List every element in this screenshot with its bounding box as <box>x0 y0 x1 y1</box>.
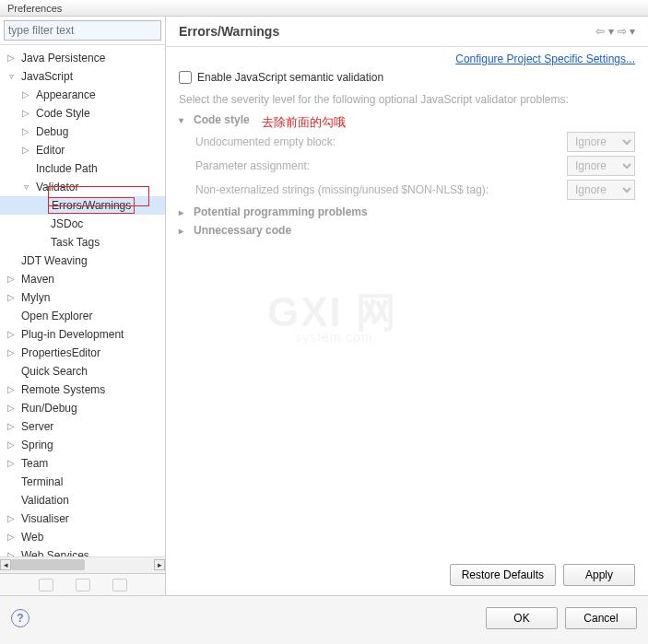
tree-node[interactable]: ▷Server <box>0 417 165 436</box>
tree-node-label: Team <box>18 456 51 471</box>
row-non-externalized-strings: Non-externalized strings (missing/unused… <box>195 180 635 200</box>
tree-node[interactable]: ▷Team <box>0 454 165 473</box>
chevron-right-icon[interactable]: ▷ <box>6 292 17 303</box>
row-select[interactable]: Ignore <box>567 132 635 152</box>
scroll-left-icon[interactable]: ◂ <box>0 559 11 570</box>
chevron-right-icon[interactable]: ▷ <box>6 384 17 395</box>
scroll-thumb[interactable] <box>11 559 85 570</box>
tree-node-label: Plug-in Development <box>18 327 126 342</box>
restore-defaults-button[interactable]: Restore Defaults <box>450 564 556 586</box>
tree-node-label: Validation <box>18 493 72 508</box>
tree-node-label: Task Tags <box>48 235 102 250</box>
tree-node-label: Debug <box>33 124 71 139</box>
severity-description: Select the severity level for the follow… <box>179 93 635 106</box>
back-icon[interactable]: ⇦ ▾ <box>595 25 613 38</box>
tree-node[interactable]: ▷Web Services <box>0 546 165 556</box>
tree-node[interactable]: ▷Mylyn <box>0 288 165 307</box>
content-pane: Errors/Warnings ⇦ ▾ ⇨ ▾ Configure Projec… <box>166 17 648 595</box>
tree-node-label: Visualiser <box>18 511 72 526</box>
chevron-right-icon[interactable]: ▷ <box>6 532 17 543</box>
chevron-right-icon: ▸ <box>179 207 190 217</box>
blank-icon <box>6 255 17 266</box>
tree-node[interactable]: Quick Search <box>0 362 165 381</box>
section-potential-title: Potential programming problems <box>194 205 368 218</box>
row-select[interactable]: Ignore <box>567 180 635 200</box>
section-potential-head[interactable]: ▸ Potential programming problems <box>179 205 635 218</box>
content-buttons: Restore Defaults Apply <box>166 558 648 595</box>
row-parameter-assignment: Parameter assignment: Ignore <box>195 156 635 176</box>
tree-node[interactable]: ▷Code Style <box>0 104 165 123</box>
forward-icon[interactable]: ⇨ ▾ <box>618 25 635 38</box>
tree-node[interactable]: ▿JavaScript <box>0 67 165 86</box>
tree-node[interactable]: ▷Spring <box>0 436 165 454</box>
sidebar-status-1 <box>39 579 53 591</box>
tree-node[interactable]: ▷Web <box>0 528 165 546</box>
enable-validation-checkbox[interactable] <box>179 71 192 84</box>
preference-tree[interactable]: ▷Java Persistence▿JavaScript▷Appearance▷… <box>0 45 165 556</box>
content-body: Enable JavaScript semantic validation Se… <box>166 67 648 252</box>
row-label: Parameter assignment: <box>195 159 310 172</box>
cancel-button[interactable]: Cancel <box>565 607 637 629</box>
section-unnecessary-head[interactable]: ▸ Unnecessary code <box>179 224 635 237</box>
header-tools: ⇦ ▾ ⇨ ▾ <box>595 25 635 38</box>
chevron-right-icon[interactable]: ▷ <box>20 89 31 100</box>
apply-button[interactable]: Apply <box>563 564 635 586</box>
blank-icon <box>35 218 46 229</box>
ok-button[interactable]: OK <box>486 607 558 629</box>
chevron-right-icon[interactable]: ▷ <box>6 53 17 64</box>
section-code-style-head[interactable]: ▾ Code style <box>179 113 635 126</box>
tree-node-label: Terminal <box>18 474 65 489</box>
tree-node[interactable]: ▷Run/Debug <box>0 399 165 417</box>
blank-icon <box>6 310 17 322</box>
tree-node[interactable]: ▷Plug-in Development <box>0 325 165 344</box>
row-select[interactable]: Ignore <box>567 156 635 176</box>
tree-node[interactable]: JSDoc <box>0 215 165 233</box>
chevron-right-icon[interactable]: ▷ <box>6 274 17 285</box>
tree-node[interactable]: ▿Validator <box>0 178 165 196</box>
chevron-down-icon[interactable]: ▿ <box>6 71 17 82</box>
tree-node[interactable]: Terminal <box>0 473 165 491</box>
chevron-right-icon[interactable]: ▷ <box>6 439 17 451</box>
row-label: Undocumented empty block: <box>195 135 336 148</box>
blank-icon <box>35 200 46 211</box>
chevron-right-icon[interactable]: ▷ <box>20 145 31 156</box>
chevron-right-icon[interactable]: ▷ <box>6 403 17 414</box>
tree-node[interactable]: Open Explorer <box>0 307 165 325</box>
tree-node-label: Maven <box>18 272 57 287</box>
chevron-right-icon[interactable]: ▷ <box>20 126 31 137</box>
section-unnecessary: ▸ Unnecessary code <box>179 224 635 237</box>
section-unnecessary-title: Unnecessary code <box>194 224 291 237</box>
chevron-right-icon[interactable]: ▷ <box>6 513 17 524</box>
configure-project-link[interactable]: Configure Project Specific Settings... <box>455 53 635 65</box>
tree-node[interactable]: ▷Remote Systems <box>0 381 165 399</box>
filter-input[interactable] <box>4 20 161 41</box>
chevron-right-icon[interactable]: ▷ <box>20 108 31 119</box>
tree-node[interactable]: ▷Java Persistence <box>0 49 165 67</box>
tree-node[interactable]: ▷PropertiesEditor <box>0 344 165 362</box>
tree-node[interactable]: Task Tags <box>0 233 165 252</box>
scroll-right-icon[interactable]: ▸ <box>154 559 165 570</box>
chevron-right-icon[interactable]: ▷ <box>6 421 17 432</box>
chevron-right-icon[interactable]: ▷ <box>6 550 17 556</box>
chevron-right-icon[interactable]: ▷ <box>6 347 17 358</box>
tree-node-label: Remote Systems <box>18 382 108 397</box>
filter-wrap <box>0 17 165 45</box>
help-icon[interactable]: ? <box>11 609 29 627</box>
chevron-right-icon[interactable]: ▷ <box>6 458 17 469</box>
blank-icon <box>6 495 17 506</box>
tree-node[interactable]: Validation <box>0 491 165 509</box>
enable-validation-label: Enable JavaScript semantic validation <box>197 71 383 84</box>
tree-node[interactable]: Include Path <box>0 159 165 178</box>
tree-node-label: Editor <box>33 143 67 158</box>
tree-node[interactable]: ▷Debug <box>0 123 165 141</box>
tree-node[interactable]: ▷Visualiser <box>0 509 165 528</box>
tree-node[interactable]: JDT Weaving <box>0 252 165 270</box>
tree-node[interactable]: ▷Appearance <box>0 86 165 104</box>
tree-hscrollbar[interactable]: ◂ ▸ <box>0 556 165 573</box>
tree-node[interactable]: Errors/Warnings <box>0 196 165 215</box>
chevron-down-icon[interactable]: ▿ <box>20 181 31 193</box>
chevron-right-icon[interactable]: ▷ <box>6 329 17 340</box>
window-title: Preferences <box>7 3 62 14</box>
tree-node[interactable]: ▷Maven <box>0 270 165 288</box>
tree-node[interactable]: ▷Editor <box>0 141 165 159</box>
